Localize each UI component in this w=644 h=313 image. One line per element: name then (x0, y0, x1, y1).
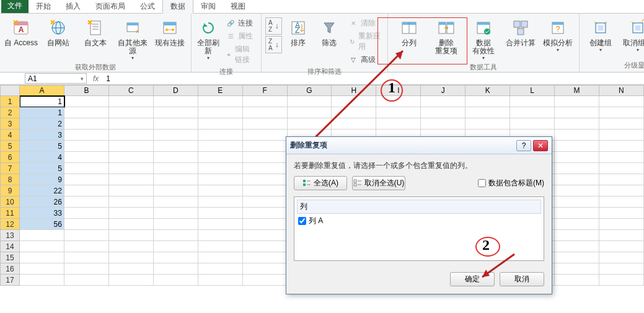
from-text-button[interactable]: 自文本 (78, 15, 113, 48)
tab-review[interactable]: 审阅 (193, 0, 223, 13)
cell[interactable] (421, 118, 465, 130)
cell[interactable] (154, 241, 198, 252)
cell[interactable] (555, 174, 599, 185)
cell[interactable] (154, 230, 198, 241)
cell[interactable] (198, 130, 243, 141)
tab-formulas[interactable]: 公式 (133, 0, 162, 13)
name-box[interactable]: A1 ▾ (25, 73, 87, 84)
from-other-button[interactable]: 自其他来源 ▾ (115, 15, 150, 61)
sort-asc-button[interactable]: AZ↓ (265, 17, 282, 35)
fx-icon[interactable]: fx (88, 74, 104, 83)
cell[interactable]: 2 (20, 118, 64, 130)
cell[interactable] (555, 208, 599, 219)
cell[interactable] (109, 263, 154, 275)
group-button[interactable]: 创建组 ▾ (583, 15, 618, 53)
cell[interactable] (243, 275, 288, 286)
cell[interactable] (154, 163, 198, 174)
cell[interactable] (243, 263, 288, 275)
cell[interactable] (20, 252, 64, 263)
column-header[interactable]: N (599, 85, 644, 96)
cell[interactable]: 1 (20, 107, 64, 118)
item-checkbox[interactable] (298, 217, 306, 225)
cell[interactable] (599, 130, 644, 141)
tab-data[interactable]: 数据 (162, 0, 193, 14)
cell[interactable] (555, 252, 599, 263)
column-header[interactable]: B (64, 85, 109, 96)
cell[interactable] (243, 118, 288, 130)
cell[interactable] (64, 252, 109, 263)
cell[interactable] (154, 275, 198, 286)
cell[interactable] (20, 241, 64, 252)
cell[interactable] (599, 174, 644, 185)
cell[interactable] (243, 174, 288, 185)
cell[interactable] (198, 96, 243, 107)
cell[interactable] (198, 230, 243, 241)
connections-button[interactable]: 🔗连接 (223, 17, 257, 29)
column-header[interactable]: L (510, 85, 555, 96)
cell[interactable] (465, 118, 510, 130)
cell[interactable] (599, 107, 644, 118)
cell[interactable] (599, 196, 644, 208)
column-header[interactable]: D (154, 85, 198, 96)
cell[interactable] (555, 130, 599, 141)
row-header[interactable]: 13 (0, 230, 20, 241)
cell[interactable] (243, 230, 288, 241)
cell[interactable] (465, 107, 510, 118)
cell[interactable]: 5 (20, 141, 64, 152)
cell[interactable] (198, 107, 243, 118)
cell[interactable]: 26 (20, 196, 64, 208)
cell[interactable] (64, 196, 109, 208)
row-header[interactable]: 11 (0, 208, 20, 219)
cell[interactable] (109, 208, 154, 219)
column-header[interactable]: E (198, 85, 243, 96)
cell[interactable] (243, 152, 288, 163)
cell[interactable] (154, 185, 198, 196)
cell[interactable] (599, 118, 644, 130)
cell[interactable]: 5 (20, 163, 64, 174)
cell[interactable] (109, 130, 154, 141)
cell[interactable] (555, 141, 599, 152)
data-validation-button[interactable]: 数据 有效性 ▾ (466, 15, 501, 61)
cell[interactable] (421, 96, 465, 107)
cell[interactable] (555, 185, 599, 196)
cell[interactable] (198, 152, 243, 163)
cell[interactable] (64, 141, 109, 152)
checkbox-input[interactable] (478, 179, 486, 187)
ungroup-button[interactable]: 取消组合 ▾ (620, 15, 644, 53)
cell[interactable] (599, 185, 644, 196)
cell[interactable] (154, 96, 198, 107)
cell[interactable] (510, 96, 555, 107)
sort-desc-button[interactable]: ZA↓ (265, 36, 282, 53)
cell[interactable] (555, 118, 599, 130)
cell[interactable] (243, 163, 288, 174)
cell[interactable] (555, 196, 599, 208)
cell[interactable] (64, 230, 109, 241)
cell[interactable] (154, 130, 198, 141)
cell[interactable] (243, 252, 288, 263)
row-header[interactable]: 4 (0, 130, 20, 141)
cell[interactable] (64, 152, 109, 163)
cell[interactable] (599, 141, 644, 152)
consolidate-button[interactable]: 合并计算 (503, 15, 538, 48)
cell[interactable] (154, 141, 198, 152)
headers-checkbox[interactable]: 数据包含标题(M) (478, 178, 544, 188)
row-header[interactable]: 3 (0, 118, 20, 130)
cell[interactable] (20, 275, 64, 286)
cell[interactable]: 22 (20, 185, 64, 196)
cell[interactable] (109, 174, 154, 185)
column-header[interactable]: K (465, 85, 510, 96)
row-header[interactable]: 14 (0, 241, 20, 252)
cell[interactable] (510, 107, 555, 118)
tab-insert[interactable]: 插入 (58, 0, 88, 13)
cell[interactable] (109, 219, 154, 230)
cell[interactable] (243, 141, 288, 152)
cell[interactable] (465, 96, 510, 107)
cell[interactable] (64, 219, 109, 230)
cell[interactable]: 1 (20, 96, 64, 107)
cell[interactable] (599, 208, 644, 219)
cell[interactable] (109, 96, 154, 107)
cell[interactable] (555, 263, 599, 275)
row-header[interactable]: 2 (0, 107, 20, 118)
cell[interactable] (198, 208, 243, 219)
select-all-corner[interactable] (0, 85, 20, 96)
